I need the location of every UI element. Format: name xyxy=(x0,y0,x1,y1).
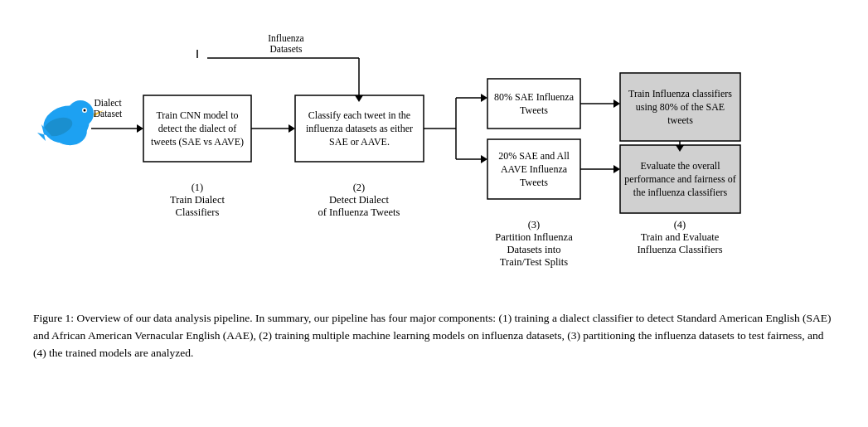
svg-marker-29 xyxy=(481,155,487,163)
svg-text:Datasets into: Datasets into xyxy=(507,244,561,255)
svg-text:(4): (4) xyxy=(674,219,686,230)
svg-text:Dataset: Dataset xyxy=(94,109,123,119)
svg-text:Dialect: Dialect xyxy=(94,98,122,108)
svg-text:Influenza Classifiers: Influenza Classifiers xyxy=(637,244,722,255)
svg-marker-11 xyxy=(137,124,143,133)
svg-text:Train Dialect: Train Dialect xyxy=(170,194,225,206)
svg-text:(3): (3) xyxy=(528,219,541,230)
svg-text:Classifiers: Classifiers xyxy=(176,206,220,218)
svg-text:of Influenza Tweets: of Influenza Tweets xyxy=(318,206,400,218)
svg-text:Train/Test Splits: Train/Test Splits xyxy=(500,256,568,268)
svg-point-6 xyxy=(84,109,86,112)
figure-caption: Figure 1: Overview of our data analysis … xyxy=(25,310,843,362)
svg-marker-27 xyxy=(481,94,487,102)
svg-text:Detect Dialect: Detect Dialect xyxy=(329,194,389,206)
svg-text:Train and Evaluate: Train and Evaluate xyxy=(641,231,720,243)
svg-marker-33 xyxy=(613,99,620,108)
svg-text:(2): (2) xyxy=(353,182,366,193)
svg-marker-35 xyxy=(613,165,620,173)
svg-text:Datasets: Datasets xyxy=(270,44,303,54)
caption-text: Figure 1: Overview of our data analysis … xyxy=(33,312,832,359)
svg-text:(1): (1) xyxy=(192,182,204,193)
svg-text:Partition Influenza: Partition Influenza xyxy=(495,231,573,243)
diagram-container: Dialect Dataset Train CNN model to detec… xyxy=(25,17,843,302)
svg-text:Influenza: Influenza xyxy=(268,33,303,43)
svg-marker-14 xyxy=(289,124,295,133)
